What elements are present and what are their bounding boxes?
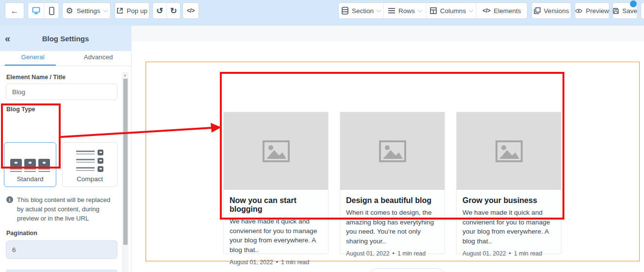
blog-type-standard-label: Standard xyxy=(17,175,44,183)
clipped-toolbar-button[interactable] xyxy=(641,2,644,19)
settings-sidebar: « Blog Settings General Advanced Element… xyxy=(0,26,132,272)
elements-code-icon: </> xyxy=(482,7,490,14)
post-meta: August 01, 2022 • 1 min read xyxy=(346,250,439,257)
post-excerpt: We have made it quick and convienent for… xyxy=(230,217,322,255)
post-date: August 01, 2022 xyxy=(230,259,273,266)
info-text: This blog content will be replaced by ac… xyxy=(17,195,117,223)
code-view-button[interactable]: </> xyxy=(182,2,199,19)
desktop-view-button[interactable] xyxy=(28,3,44,18)
section-label: Section xyxy=(352,7,374,15)
undo-icon: ↺ xyxy=(156,6,163,16)
mobile-view-button[interactable] xyxy=(44,3,59,18)
elements-label: Elements xyxy=(494,7,521,15)
save-label: Save xyxy=(622,7,637,15)
elements-button[interactable]: </> Elements xyxy=(476,3,527,18)
info-note: i This blog content will be replaced by … xyxy=(6,195,117,223)
versions-button[interactable]: Versions xyxy=(531,2,571,19)
info-icon: i xyxy=(6,196,13,203)
blog-type-standard[interactable]: Standard xyxy=(4,142,56,187)
gear-icon: ⚙ xyxy=(66,7,73,15)
preview-button[interactable]: Preview xyxy=(575,2,610,19)
pagination-label: Pagination xyxy=(6,230,37,237)
image-placeholder-icon xyxy=(263,140,290,162)
device-toggle-group xyxy=(28,2,59,19)
sidebar-scrollbar[interactable]: ▲ xyxy=(122,72,129,272)
blog-post-card[interactable]: Grow your business We have made it quick… xyxy=(456,112,561,254)
builder-insert-group: Section Rows Columns </> Elements xyxy=(338,2,528,19)
compact-layout-icon xyxy=(76,150,103,172)
chevron-down-icon xyxy=(469,7,474,12)
sidebar-title: Blog Settings xyxy=(0,34,131,43)
sidebar-content: Element Name / Title Blog Type Standard … xyxy=(0,66,122,272)
post-read-time: 1 min read xyxy=(281,259,309,266)
post-date: August 01, 2022 xyxy=(346,250,390,257)
blog-post-card[interactable]: Now you can start blogging We have made … xyxy=(223,112,329,254)
popup-label: Pop up xyxy=(127,7,148,15)
columns-label: Columns xyxy=(440,7,466,15)
preview-label: Preview xyxy=(586,7,609,15)
back-arrow-icon: ← xyxy=(11,7,19,15)
code-icon: </> xyxy=(187,7,195,14)
rows-icon xyxy=(388,8,395,14)
post-meta: August 01, 2022 • 1 min read xyxy=(230,259,322,266)
sidebar-header: « Blog Settings xyxy=(0,26,131,51)
chevron-down-icon xyxy=(103,7,108,12)
post-image-placeholder xyxy=(224,112,328,190)
columns-button[interactable]: Columns xyxy=(426,3,476,18)
standard-layout-icon xyxy=(10,159,50,172)
save-floppy-icon xyxy=(613,8,619,14)
post-image-placeholder xyxy=(340,112,445,190)
post-image-placeholder xyxy=(457,112,561,190)
monitor-icon xyxy=(32,7,40,15)
tab-advanced[interactable]: Advanced xyxy=(66,51,131,66)
scroll-up-icon: ▲ xyxy=(123,73,127,77)
undo-button[interactable]: ↺ xyxy=(153,3,166,18)
post-date: August 01, 2022 xyxy=(462,250,506,257)
scrollbar-thumb[interactable] xyxy=(123,79,128,245)
section-button[interactable]: Section xyxy=(339,3,383,18)
image-placeholder-icon xyxy=(379,140,406,162)
popup-button[interactable]: Pop up xyxy=(115,2,149,19)
element-name-input[interactable] xyxy=(6,84,117,100)
post-title: Design a beautiful blog xyxy=(346,196,439,205)
pagination-input[interactable] xyxy=(6,240,117,259)
settings-button[interactable]: ⚙ Settings xyxy=(62,2,111,19)
back-button[interactable]: ← xyxy=(5,2,24,19)
editor-canvas: Now you can start blogging We have made … xyxy=(132,26,644,272)
blog-section-outline[interactable]: Now you can start blogging We have made … xyxy=(146,62,640,261)
columns-icon xyxy=(430,7,437,14)
notification-dot xyxy=(630,0,637,7)
mobile-icon xyxy=(49,7,54,15)
blog-type-label: Blog Type xyxy=(6,106,35,113)
blog-type-compact[interactable]: Compact xyxy=(62,142,117,187)
section-icon xyxy=(342,7,348,15)
collapse-sidebar-button[interactable]: « xyxy=(5,33,10,44)
image-placeholder-icon xyxy=(495,140,523,162)
tab-general[interactable]: General xyxy=(0,51,66,66)
redo-button[interactable]: ↻ xyxy=(166,3,180,18)
post-title: Now you can start blogging xyxy=(230,196,322,214)
popup-external-icon xyxy=(116,7,123,14)
sidebar-tabs: General Advanced xyxy=(0,51,131,66)
post-meta: August 01, 2022 • 1 min read xyxy=(462,250,555,257)
post-excerpt: We have made it quick and convienent for… xyxy=(462,208,555,246)
more-stories-button[interactable]: More stories » xyxy=(369,268,445,272)
post-excerpt: When it comes to design, the amazing blo… xyxy=(346,208,439,246)
meta-bullet: • xyxy=(276,259,278,266)
settings-label: Settings xyxy=(77,7,100,15)
post-title: Grow your business xyxy=(462,196,555,205)
redo-icon: ↻ xyxy=(170,6,177,16)
canvas-top-strip xyxy=(132,26,644,41)
button-options-header[interactable]: Button Options xyxy=(6,270,117,272)
chevron-down-icon xyxy=(417,7,422,12)
blog-post-card[interactable]: Design a beautiful blog When it comes to… xyxy=(340,112,445,254)
blog-type-compact-label: Compact xyxy=(77,175,103,183)
chevron-down-icon xyxy=(377,7,381,12)
element-name-label: Element Name / Title xyxy=(6,74,122,81)
post-read-time: 1 min read xyxy=(514,250,542,257)
post-read-time: 1 min read xyxy=(397,250,426,257)
rows-button[interactable]: Rows xyxy=(383,3,426,18)
eye-icon xyxy=(575,8,582,14)
versions-label: Versions xyxy=(544,7,569,15)
undo-redo-group: ↺ ↻ xyxy=(152,2,181,19)
